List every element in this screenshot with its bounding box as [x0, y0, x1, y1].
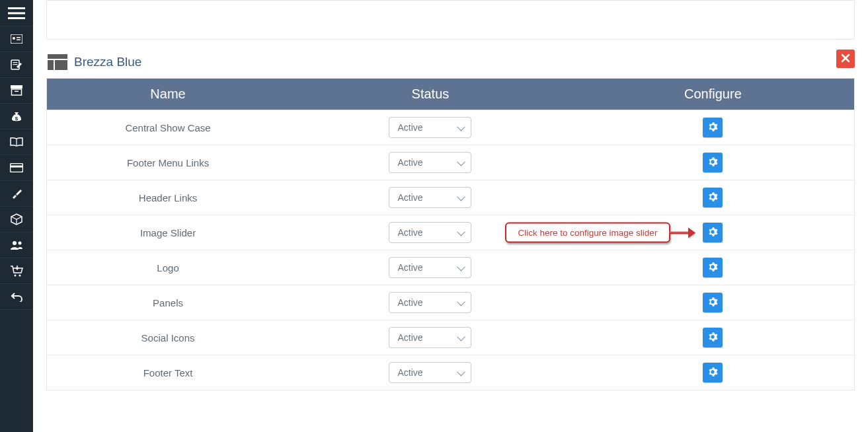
row-status-cell: Active — [289, 285, 572, 320]
table-row: Header LinksActive — [47, 180, 855, 215]
configure-wrapper — [577, 363, 849, 382]
card-icon — [10, 163, 23, 172]
row-configure-cell — [572, 145, 855, 180]
table-row: LogoActive — [47, 250, 855, 285]
sidebar-item-2[interactable] — [0, 52, 33, 78]
row-configure-cell — [572, 320, 855, 355]
table-row: Central Show CaseActive — [47, 110, 855, 145]
configure-wrapper — [577, 293, 849, 312]
svg-rect-11 — [12, 89, 22, 95]
svg-rect-22 — [48, 60, 54, 70]
configure-wrapper — [577, 153, 849, 172]
col-status: Status — [289, 79, 572, 110]
status-select-value: Active — [397, 192, 422, 203]
configure-button[interactable] — [703, 118, 723, 137]
configure-wrapper: Click here to configure image slider — [577, 223, 849, 242]
configure-button[interactable] — [703, 153, 723, 172]
status-select[interactable]: Active — [389, 292, 471, 313]
status-select[interactable]: Active — [389, 152, 471, 173]
gear-icon — [707, 367, 718, 379]
row-name: Image Slider — [47, 215, 290, 250]
row-configure-cell: Click here to configure image slider — [572, 215, 855, 250]
gear-icon — [707, 332, 718, 344]
configure-button[interactable] — [703, 328, 723, 347]
svg-rect-23 — [55, 60, 67, 70]
sidebar: $ — [0, 0, 33, 432]
sidebar-item-4[interactable]: $ — [0, 104, 33, 129]
row-status-cell: Active — [289, 110, 572, 145]
table-row: Image SliderActiveClick here to configur… — [47, 215, 855, 250]
status-select[interactable]: Active — [389, 222, 471, 243]
sidebar-item-11[interactable] — [0, 284, 33, 310]
status-select-value: Active — [397, 122, 422, 133]
gear-icon — [707, 192, 718, 204]
archive-icon — [11, 85, 22, 96]
configure-button[interactable] — [703, 363, 723, 382]
main-content: Brezza Blue Name Status Configure Centra… — [33, 0, 868, 432]
row-name: Header Links — [47, 180, 290, 215]
col-name: Name — [47, 79, 290, 110]
table-row: Social IconsActive — [47, 320, 855, 355]
edit-note-icon — [11, 59, 22, 71]
row-status-cell: Active — [289, 320, 572, 355]
status-select[interactable]: Active — [389, 327, 471, 348]
status-select-value: Active — [397, 332, 422, 343]
configure-wrapper — [577, 118, 849, 137]
svg-rect-8 — [13, 62, 18, 63]
gear-icon — [707, 227, 718, 239]
status-select-value: Active — [397, 297, 422, 308]
gear-icon — [707, 297, 718, 309]
sidebar-item-7[interactable] — [0, 181, 33, 207]
configure-button[interactable] — [703, 223, 723, 242]
configure-wrapper — [577, 188, 849, 207]
row-configure-cell — [572, 110, 855, 145]
svg-rect-16 — [11, 166, 23, 168]
svg-rect-10 — [11, 85, 22, 89]
sidebar-item-8[interactable] — [0, 207, 33, 233]
row-configure-cell — [572, 250, 855, 285]
svg-rect-5 — [17, 37, 20, 38]
box-icon — [11, 213, 22, 225]
svg-rect-1 — [8, 12, 25, 14]
svg-point-18 — [19, 242, 22, 245]
svg-rect-0 — [8, 7, 25, 9]
cart-down-icon — [10, 265, 23, 277]
users-icon — [10, 240, 23, 250]
top-placeholder-panel — [46, 0, 855, 40]
row-name: Footer Menu Links — [47, 145, 290, 180]
id-card-icon — [11, 34, 22, 44]
row-name: Footer Text — [47, 355, 290, 390]
status-select[interactable]: Active — [389, 257, 471, 278]
status-select-value: Active — [397, 367, 422, 378]
gear-icon — [707, 122, 718, 134]
close-button[interactable] — [836, 50, 855, 68]
sidebar-item-3[interactable] — [0, 78, 33, 104]
svg-rect-9 — [13, 64, 18, 65]
row-status-cell: Active — [289, 250, 572, 285]
row-name: Panels — [47, 285, 290, 320]
sidebar-item-6[interactable] — [0, 155, 33, 181]
menu-toggle-button[interactable] — [0, 0, 33, 26]
sidebar-item-10[interactable] — [0, 258, 33, 284]
svg-point-20 — [19, 275, 21, 277]
svg-point-19 — [15, 275, 17, 277]
callout: Click here to configure image slider — [505, 223, 696, 243]
brush-icon — [11, 188, 22, 199]
row-status-cell: Active — [289, 180, 572, 215]
row-status-cell: Active — [289, 145, 572, 180]
row-name: Logo — [47, 250, 290, 285]
sidebar-item-1[interactable] — [0, 26, 33, 52]
close-icon — [841, 53, 850, 65]
sidebar-item-5[interactable] — [0, 129, 33, 155]
gear-icon — [707, 262, 718, 274]
sidebar-item-9[interactable] — [0, 233, 33, 258]
configure-button[interactable] — [703, 258, 723, 277]
status-select[interactable]: Active — [389, 362, 471, 383]
svg-rect-3 — [11, 34, 22, 44]
menu-icon — [8, 7, 25, 19]
status-select[interactable]: Active — [389, 187, 471, 208]
configure-button[interactable] — [703, 188, 723, 207]
table-row: Footer Menu LinksActive — [47, 145, 855, 180]
configure-button[interactable] — [703, 293, 723, 312]
status-select[interactable]: Active — [389, 117, 471, 138]
